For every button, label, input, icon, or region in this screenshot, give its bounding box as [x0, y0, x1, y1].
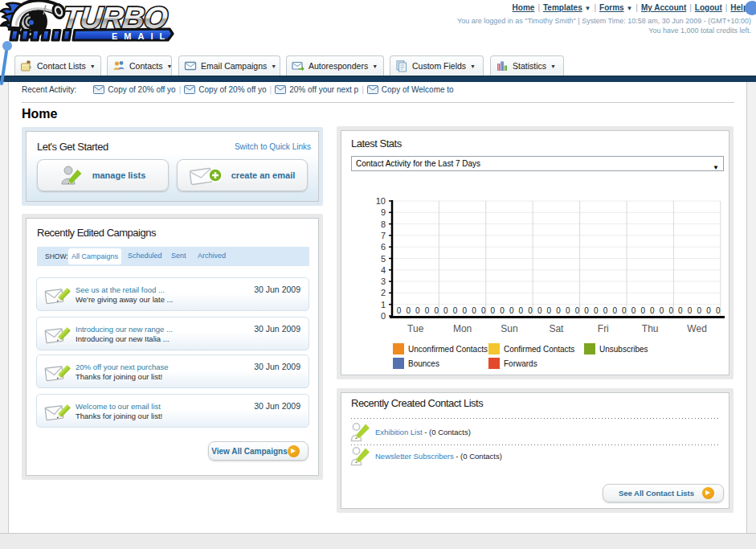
svg-text:0: 0 — [537, 306, 542, 315]
svg-text:0: 0 — [415, 306, 420, 315]
svg-text:Thu: Thu — [642, 323, 659, 334]
svg-text:7: 7 — [381, 231, 386, 240]
svg-text:0: 0 — [406, 306, 411, 315]
svg-text:0: 0 — [547, 306, 552, 315]
svg-text:0: 0 — [650, 306, 655, 315]
svg-text:0: 0 — [584, 306, 589, 315]
svg-text:6: 6 — [381, 242, 386, 252]
svg-text:0: 0 — [697, 306, 702, 315]
svg-text:0: 0 — [491, 306, 496, 315]
svg-text:0: 0 — [556, 306, 561, 315]
svg-text:0: 0 — [397, 306, 402, 315]
svg-text:TURBO: TURBO — [60, 2, 169, 35]
svg-text:0: 0 — [706, 306, 711, 315]
svg-text:0: 0 — [716, 306, 721, 315]
svg-text:0: 0 — [509, 306, 514, 315]
svg-text:1: 1 — [381, 300, 386, 309]
svg-text:0: 0 — [660, 306, 664, 315]
svg-text:0: 0 — [500, 306, 505, 315]
svg-text:0: 0 — [631, 306, 636, 315]
svg-text:0: 0 — [481, 306, 486, 315]
svg-text:Mon: Mon — [453, 323, 472, 334]
svg-text:0: 0 — [443, 306, 448, 315]
svg-text:0: 0 — [622, 306, 627, 315]
svg-text:0: 0 — [528, 306, 533, 315]
svg-text:3: 3 — [381, 277, 386, 286]
svg-text:Fri: Fri — [598, 323, 609, 334]
svg-text:9: 9 — [381, 207, 386, 217]
svg-text:5: 5 — [381, 254, 386, 264]
svg-text:0: 0 — [678, 306, 683, 315]
svg-text:0: 0 — [688, 306, 693, 315]
svg-text:8: 8 — [381, 219, 386, 229]
svg-text:0: 0 — [519, 306, 524, 315]
svg-text:0: 0 — [612, 306, 617, 315]
svg-text:Tue: Tue — [407, 323, 424, 334]
svg-text:EMAIL: EMAIL — [112, 31, 171, 41]
svg-text:0: 0 — [640, 306, 645, 315]
svg-text:Sun: Sun — [501, 323, 517, 334]
svg-text:10: 10 — [376, 196, 386, 206]
svg-text:Wed: Wed — [687, 323, 706, 334]
svg-text:0: 0 — [575, 306, 580, 315]
svg-text:0: 0 — [669, 306, 674, 315]
svg-text:0: 0 — [453, 306, 458, 315]
svg-text:0: 0 — [463, 306, 468, 315]
svg-text:2: 2 — [381, 288, 386, 297]
svg-text:0: 0 — [594, 306, 599, 315]
svg-text:0: 0 — [566, 306, 570, 315]
svg-text:0: 0 — [603, 306, 608, 315]
svg-text:0: 0 — [435, 306, 439, 315]
svg-text:Sat: Sat — [549, 323, 564, 334]
svg-text:0: 0 — [425, 306, 430, 315]
svg-text:4: 4 — [381, 265, 386, 275]
svg-text:0: 0 — [381, 311, 386, 321]
svg-text:0: 0 — [472, 306, 476, 315]
